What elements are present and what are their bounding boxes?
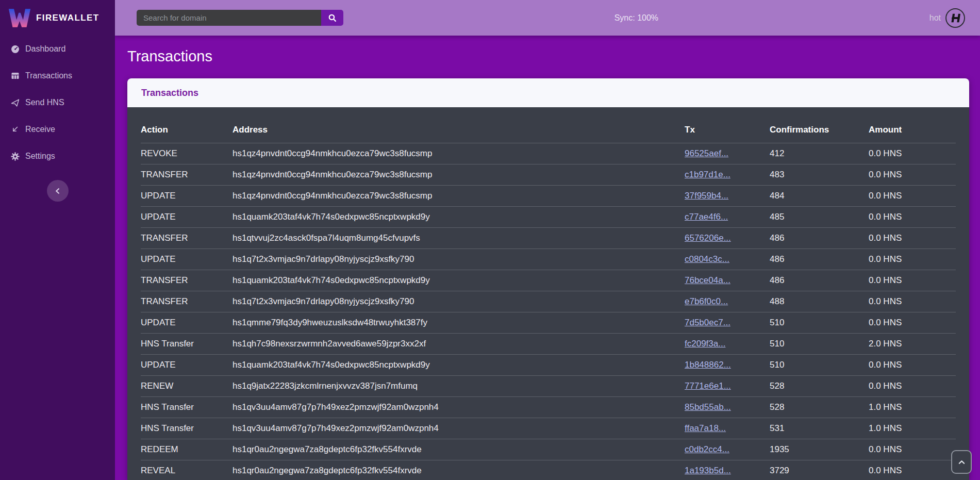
search-input[interactable] — [137, 10, 321, 26]
confirmations-cell: 528 — [770, 402, 869, 412]
column-header-address: Address — [232, 125, 685, 135]
address-cell: hs1q9jatx22283jzkcmlrnenjxvvzv387jsn7mfu… — [232, 381, 685, 391]
amount-cell: 0.0 HNS — [869, 233, 956, 243]
sidebar-collapse-button[interactable] — [47, 180, 69, 202]
confirmations-cell: 510 — [770, 339, 869, 349]
tx-link[interactable]: c0804c3c... — [685, 254, 729, 264]
amount-cell: 0.0 HNS — [869, 170, 956, 180]
action-cell: TRANSFER — [141, 275, 232, 286]
sidebar-item-settings[interactable]: Settings — [0, 143, 115, 170]
confirmations-cell: 486 — [770, 233, 869, 243]
column-header-tx: Tx — [685, 125, 770, 135]
address-cell: hs1qh7c98nexsrzwrmnh2avved6awe59jzpr3xx2… — [232, 339, 685, 349]
tx-link[interactable]: c0db2cc4... — [685, 444, 729, 454]
tx-link[interactable]: fc209f3a... — [685, 339, 725, 349]
address-cell: hs1qv3uu4amv87g7p7h49xez2pmzwjf92am0wzpn… — [232, 402, 685, 412]
search-button[interactable] — [321, 10, 343, 26]
sidebar-item-label: Send HNS — [25, 98, 64, 107]
address-cell: hs1qz4pnvdnt0ccg94nmkhcu0ezca79wc3s8fucs… — [232, 191, 685, 201]
address-cell: hs1qtvvuj2zc4asck0fspa7l4uqm8umg45cfvupv… — [232, 233, 685, 243]
action-cell: REDEEM — [141, 444, 232, 455]
confirmations-cell: 412 — [770, 148, 869, 159]
address-cell: hs1q7t2x3vmjac9n7drlapy08nyjyscjz9xsfky7… — [232, 296, 685, 307]
table-row: REVEAL hs1qr0au2ngegwa7za8gdeptc6fp32fkv… — [141, 460, 956, 480]
address-cell: hs1quamk203taf4vk7h74s0edxpwc85ncptxwpkd… — [232, 360, 685, 370]
address-cell: hs1qr0au2ngegwa7za8gdeptc6fp32fkv554fxrv… — [232, 444, 685, 455]
table-row: TRANSFER hs1qz4pnvdnt0ccg94nmkhcu0ezca79… — [141, 164, 956, 185]
brand-name: FIREWALLET — [36, 13, 99, 23]
scroll-to-top-button[interactable] — [951, 450, 972, 474]
sidebar-item-label: Dashboard — [25, 44, 65, 54]
table-row: REVOKE hs1qz4pnvdnt0ccg94nmkhcu0ezca79wc… — [141, 143, 956, 164]
column-header-confirmations: Confirmations — [770, 125, 869, 135]
tx-link[interactable]: ffaa7a18... — [685, 423, 726, 433]
confirmations-cell: 531 — [770, 423, 869, 434]
handshake-logo-icon — [948, 10, 963, 26]
amount-cell: 1.0 HNS — [869, 423, 956, 434]
sync-status: Sync: 100% — [343, 13, 929, 23]
table-row: REDEEM hs1qr0au2ngegwa7za8gdeptc6fp32fkv… — [141, 439, 956, 460]
confirmations-cell: 3729 — [770, 466, 869, 476]
tx-link[interactable]: 7d5b0ec7... — [685, 318, 730, 327]
table-row: TRANSFER hs1qtvvuj2zc4asck0fspa7l4uqm8um… — [141, 227, 956, 249]
amount-cell: 0.0 HNS — [869, 254, 956, 264]
tx-link[interactable]: 6576206e... — [685, 233, 731, 243]
receive-icon — [10, 125, 20, 134]
address-cell: hs1qv3uu4amv87g7p7h49xez2pmzwjf92am0wzpn… — [232, 423, 685, 434]
wallet-name: hot — [929, 13, 941, 23]
tx-link[interactable]: 37f959b4... — [685, 191, 728, 201]
topbar: Sync: 100% hot — [115, 0, 980, 36]
sidebar: FIREWALLET Dashboard Tran — [0, 0, 115, 480]
tx-link[interactable]: 7771e6e1... — [685, 381, 731, 391]
tx-link[interactable]: 1b848862... — [685, 360, 731, 370]
address-cell: hs1quamk203taf4vk7h74s0edxpwc85ncptxwpkd… — [232, 275, 685, 286]
amount-cell: 0.0 HNS — [869, 466, 956, 476]
sidebar-item-label: Receive — [25, 125, 55, 134]
address-cell: hs1qmme79fq3dy9hweuzuslksdw48trwuyhkt387… — [232, 318, 685, 328]
brand: FIREWALLET — [0, 0, 115, 36]
sidebar-item-send-hns[interactable]: Send HNS — [0, 89, 115, 116]
table-row: HNS Transfer hs1qh7c98nexsrzwrmnh2avved6… — [141, 333, 956, 354]
confirmations-cell: 486 — [770, 254, 869, 264]
dashboard-icon — [10, 44, 20, 54]
confirmations-cell: 485 — [770, 212, 869, 222]
action-cell: HNS Transfer — [141, 423, 232, 434]
wallet-account: hot — [929, 8, 980, 28]
tx-link[interactable]: 85bd55ab... — [685, 402, 731, 412]
table-row: UPDATE hs1qmme79fq3dy9hweuzuslksdw48trwu… — [141, 312, 956, 333]
sidebar-item-receive[interactable]: Receive — [0, 116, 115, 143]
wallet-avatar[interactable] — [945, 8, 965, 28]
tx-link[interactable]: 1a193b5d... — [685, 466, 731, 475]
amount-cell: 0.0 HNS — [869, 296, 956, 307]
amount-cell: 0.0 HNS — [869, 444, 956, 455]
sidebar-item-transactions[interactable]: Transactions — [0, 62, 115, 89]
sidebar-item-dashboard[interactable]: Dashboard — [0, 36, 115, 62]
card-header: Transactions — [127, 78, 969, 107]
tx-link[interactable]: 96525aef... — [685, 148, 728, 158]
tx-link[interactable]: e7b6f0c0... — [685, 296, 728, 306]
tx-link[interactable]: 76bce04a... — [685, 275, 730, 285]
action-cell: TRANSFER — [141, 170, 232, 180]
amount-cell: 0.0 HNS — [869, 191, 956, 201]
table-row: HNS Transfer hs1qv3uu4amv87g7p7h49xez2pm… — [141, 396, 956, 418]
confirmations-cell: 528 — [770, 381, 869, 391]
transactions-table: Action Address Tx Confirmations Amount R… — [127, 107, 969, 480]
column-header-action: Action — [141, 125, 232, 135]
page-title: Transactions — [127, 48, 980, 65]
sidebar-item-label: Settings — [25, 152, 55, 161]
chevron-left-icon — [54, 187, 62, 195]
confirmations-cell: 484 — [770, 191, 869, 201]
confirmations-cell: 1935 — [770, 444, 869, 455]
amount-cell: 0.0 HNS — [869, 318, 956, 328]
sidebar-item-label: Transactions — [25, 71, 72, 80]
address-cell: hs1quamk203taf4vk7h74s0edxpwc85ncptxwpkd… — [232, 212, 685, 222]
chevron-up-icon — [958, 459, 966, 466]
table-row: TRANSFER hs1quamk203taf4vk7h74s0edxpwc85… — [141, 270, 956, 291]
amount-cell: 0.0 HNS — [869, 148, 956, 159]
action-cell: UPDATE — [141, 212, 232, 222]
action-cell: TRANSFER — [141, 296, 232, 307]
tx-link[interactable]: c1b97d1e... — [685, 170, 730, 179]
amount-cell: 0.0 HNS — [869, 381, 956, 391]
confirmations-cell: 486 — [770, 275, 869, 286]
tx-link[interactable]: c77ae4f6... — [685, 212, 728, 222]
